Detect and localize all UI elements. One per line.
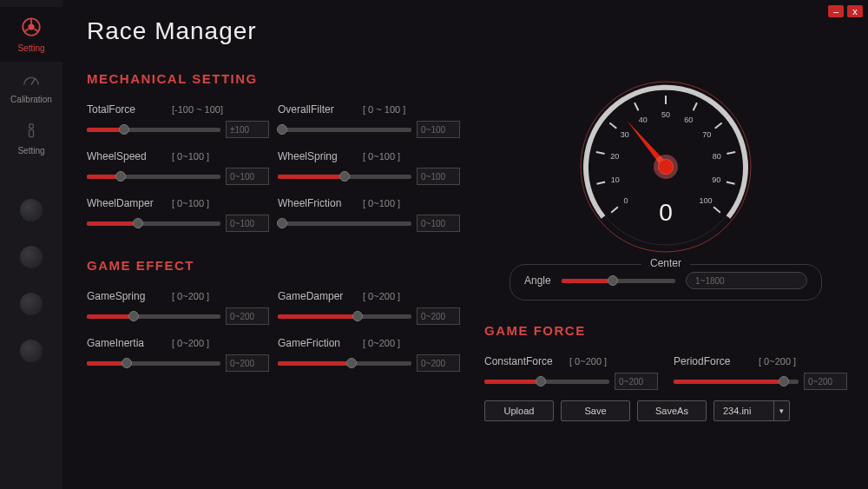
wheelspring-label: WheelSpring (278, 150, 347, 162)
wheelfriction-label: WheelFriction (278, 197, 347, 209)
gamedamper-label: GameDamper (278, 290, 347, 302)
mechanical-section-title: MECHANICAL SETTING (87, 71, 460, 86)
sidebar-item-setting[interactable]: Setting (0, 7, 62, 62)
sidebar-item-label: Calibration (10, 95, 52, 104)
gamespring-range: [ 0~200 ] (172, 291, 209, 301)
angle-input[interactable]: 1~1800 (686, 272, 807, 289)
profile-dot[interactable] (20, 199, 43, 221)
sidebar: Setting Calibration Setting (0, 0, 62, 489)
wheelspeed-input[interactable]: 0~100 (226, 168, 269, 185)
gamespring-slider[interactable] (87, 314, 220, 319)
gamefriction-label: GameFriction (278, 337, 347, 349)
save-button[interactable]: Save (561, 400, 630, 421)
svg-text:70: 70 (702, 130, 711, 139)
wheeldamper-label: WheelDamper (87, 197, 156, 209)
svg-line-2 (31, 78, 36, 84)
wheelfriction-slider[interactable] (278, 221, 411, 226)
center-panel: Center Angle 1~1800 (510, 264, 822, 301)
svg-text:40: 40 (639, 116, 648, 124)
sidebar-item-setting-2[interactable]: Setting (0, 113, 62, 164)
svg-text:60: 60 (684, 116, 693, 124)
wheelspring-range: [ 0~100 ] (363, 151, 400, 162)
wheelfriction-range: [ 0~100 ] (363, 198, 400, 208)
svg-line-11 (596, 152, 605, 154)
saveas-button[interactable]: SaveAs (637, 400, 707, 421)
wheeldamper-slider[interactable] (87, 221, 220, 226)
svg-line-15 (635, 102, 638, 110)
overallfilter-input[interactable]: 0~100 (417, 121, 460, 138)
gamespring-label: GameSpring (87, 290, 156, 302)
angle-label: Angle (524, 274, 551, 287)
game-force-section-title: GAME FORCE (484, 323, 847, 338)
minimize-button[interactable]: – (828, 5, 844, 17)
chevron-down-icon[interactable]: ▾ (773, 401, 789, 420)
sidebar-item-label: Setting (17, 43, 44, 53)
profile-dot[interactable] (20, 246, 43, 268)
wheel-icon (20, 16, 43, 43)
gameinertia-range: [ 0~200 ] (172, 338, 209, 348)
periodforce-range: [ 0~200 ] (759, 356, 796, 367)
speed-gauge: 0102030405060708090100 0 (570, 71, 761, 254)
svg-line-7 (611, 207, 618, 212)
constantforce-range: [ 0~200 ] (569, 356, 607, 367)
wheelspring-slider[interactable] (278, 175, 411, 179)
svg-text:10: 10 (611, 175, 620, 184)
sidebar-profile-dots (20, 199, 43, 362)
gamefriction-input[interactable]: 0~200 (417, 354, 460, 372)
sidebar-item-calibration[interactable]: Calibration (0, 62, 62, 113)
wheeldamper-input[interactable]: 0~100 (226, 215, 269, 232)
gauge-icon (22, 70, 41, 95)
svg-text:80: 80 (713, 152, 721, 161)
center-legend: Center (641, 257, 690, 269)
gamespring-input[interactable]: 0~200 (226, 307, 269, 325)
constantforce-input[interactable]: 0~200 (615, 373, 658, 390)
sidebar-item-label: Setting (17, 146, 44, 155)
svg-line-9 (596, 182, 605, 183)
periodforce-slider[interactable] (674, 380, 799, 384)
svg-point-3 (30, 124, 34, 129)
overallfilter-range: [ 0 ~ 100 ] (363, 104, 405, 115)
gauge-value: 0 (659, 199, 673, 227)
svg-line-19 (694, 102, 697, 110)
wheelspring-input[interactable]: 0~100 (417, 168, 460, 185)
profile-dot[interactable] (20, 293, 43, 315)
gameinertia-input[interactable]: 0~200 (226, 354, 269, 372)
gameinertia-slider[interactable] (87, 361, 220, 366)
totalforce-range: [-100 ~ 100] (172, 104, 223, 115)
constantforce-label: ConstantForce (484, 355, 554, 367)
gamefriction-range: [ 0~200 ] (363, 338, 400, 348)
gamedamper-input[interactable]: 0~200 (417, 307, 460, 325)
gameinertia-label: GameInertia (87, 337, 156, 349)
wheeldamper-range: [ 0~100 ] (172, 198, 209, 208)
svg-point-1 (29, 24, 33, 29)
wheelfriction-input[interactable]: 0~100 (417, 215, 460, 232)
wheelspeed-range: [ 0~100 ] (172, 151, 209, 162)
wheelspeed-slider[interactable] (87, 175, 220, 179)
game-effect-section-title: GAME EFFECT (87, 258, 460, 273)
gamefriction-slider[interactable] (278, 361, 411, 366)
upload-button[interactable]: Upload (484, 400, 554, 421)
totalforce-input[interactable]: ±100 (226, 121, 269, 138)
svg-rect-4 (30, 129, 34, 136)
constantforce-slider[interactable] (484, 380, 609, 384)
totalforce-label: TotalForce (87, 103, 156, 116)
gamedamper-slider[interactable] (278, 314, 411, 319)
totalforce-slider[interactable] (87, 128, 220, 132)
angle-slider[interactable] (562, 279, 675, 283)
svg-line-21 (715, 123, 722, 129)
periodforce-input[interactable]: 0~200 (804, 373, 847, 390)
page-title: Race Manager (87, 17, 847, 45)
config-file-name: 234.ini (714, 406, 773, 416)
svg-line-25 (727, 182, 735, 183)
config-file-select[interactable]: 234.ini ▾ (713, 400, 790, 421)
overallfilter-slider[interactable] (278, 128, 411, 132)
close-button[interactable]: x (847, 5, 863, 17)
svg-line-27 (713, 207, 720, 212)
svg-text:100: 100 (699, 196, 712, 205)
svg-line-13 (609, 123, 616, 129)
profile-dot[interactable] (20, 340, 43, 362)
svg-text:90: 90 (712, 175, 720, 184)
svg-text:50: 50 (661, 110, 670, 119)
gamedamper-range: [ 0~200 ] (363, 291, 400, 301)
svg-text:30: 30 (621, 130, 629, 139)
